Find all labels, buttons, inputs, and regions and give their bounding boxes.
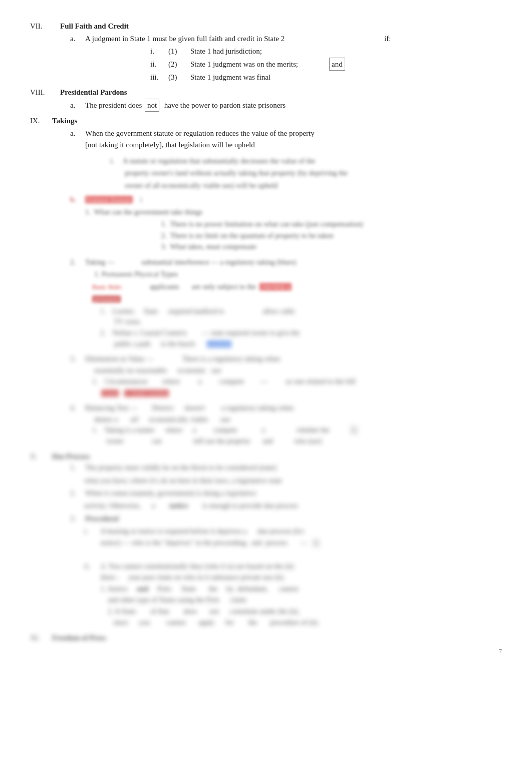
and-word-box: and bbox=[329, 58, 345, 71]
VII-a-line: a. A judgment in State 1 must be given f… bbox=[70, 33, 502, 45]
VII-a-i: i. (1) State 1 had jurisdiction; bbox=[150, 45, 502, 57]
VII-a-iii-num: (3) bbox=[168, 71, 190, 83]
VIII-a-label: a. bbox=[70, 99, 85, 111]
VII-a-block: a. A judgment in State 1 must be given f… bbox=[70, 33, 502, 83]
section-VII: VII. Full Faith and Credit a. A judgment… bbox=[30, 20, 502, 83]
VII-a-iii-text: State 1 judgment was final bbox=[190, 71, 271, 83]
VII-a-iii: iii. (3) State 1 judgment was final bbox=[150, 71, 502, 83]
heading-IX: Takings bbox=[52, 115, 77, 127]
IX-a-block: a. When the government statute or regula… bbox=[70, 127, 502, 150]
IX-a-line: a. When the government statute or regula… bbox=[70, 127, 502, 150]
blurred-section-XI: XI. Freedom of Press bbox=[30, 632, 502, 643]
VII-a-i-text: State 1 had jurisdiction; bbox=[190, 45, 262, 57]
section-VII-heading: VII. Full Faith and Credit bbox=[30, 20, 502, 32]
section-IX-heading: IX. Takings bbox=[30, 115, 502, 127]
page-number: 7 bbox=[30, 647, 502, 655]
IX-a-text: When the government statute or regulatio… bbox=[85, 128, 315, 150]
VII-a-i-label: i. bbox=[150, 45, 168, 57]
VII-a-text: A judgment in State 1 must be given full… bbox=[85, 33, 391, 45]
heading-VIII: Presidential Pardons bbox=[60, 86, 127, 98]
VIII-a-line: a. The president does not have the power… bbox=[70, 99, 502, 112]
VII-a-ii-num: (2) bbox=[168, 58, 190, 70]
section-VIII: VIII. Presidential Pardons a. The presid… bbox=[30, 86, 502, 112]
section-IX: IX. Takings a. When the government statu… bbox=[30, 115, 502, 150]
blurred-block-1: i. A statute or regulation that substant… bbox=[110, 155, 502, 191]
VII-a-i-num: (1) bbox=[168, 45, 190, 57]
heading-VII: Full Faith and Credit bbox=[60, 20, 129, 32]
IX-a-label: a. bbox=[70, 127, 85, 139]
blurred-block-5: 4. Balancing Test — District doesn't a r… bbox=[70, 402, 502, 446]
VII-a-label: a. bbox=[70, 33, 85, 45]
numeral-IX: IX. bbox=[30, 115, 52, 127]
VIII-a-text: The president does not have the power to… bbox=[85, 99, 286, 112]
numeral-VII: VII. bbox=[30, 20, 60, 32]
blurred-section-X: X. Due Process 1. The property must vali… bbox=[30, 451, 502, 628]
VII-a-ii: ii. (2) State 1 judgment was on the meri… bbox=[150, 58, 502, 71]
VII-a-ii-label: ii. bbox=[150, 58, 168, 70]
numeral-VIII: VIII. bbox=[30, 86, 60, 98]
blurred-block-2: b. Eminent Domain i 1. What can the gove… bbox=[70, 194, 502, 252]
blurred-block-3: 2. Taking — substantial interference — a… bbox=[70, 256, 502, 350]
blurred-block-4: 3. Diminution in Value — There is a regu… bbox=[70, 353, 502, 398]
VII-a-iii-label: iii. bbox=[150, 71, 168, 83]
not-word-box: not bbox=[145, 99, 159, 112]
document-content: VII. Full Faith and Credit a. A judgment… bbox=[30, 20, 502, 655]
VIII-a-block: a. The president does not have the power… bbox=[70, 99, 502, 112]
section-VIII-heading: VIII. Presidential Pardons bbox=[30, 86, 502, 98]
VII-a-subitems: i. (1) State 1 had jurisdiction; ii. (2)… bbox=[150, 45, 502, 83]
VII-a-ii-text: State 1 judgment was on the merits; and bbox=[190, 58, 346, 71]
